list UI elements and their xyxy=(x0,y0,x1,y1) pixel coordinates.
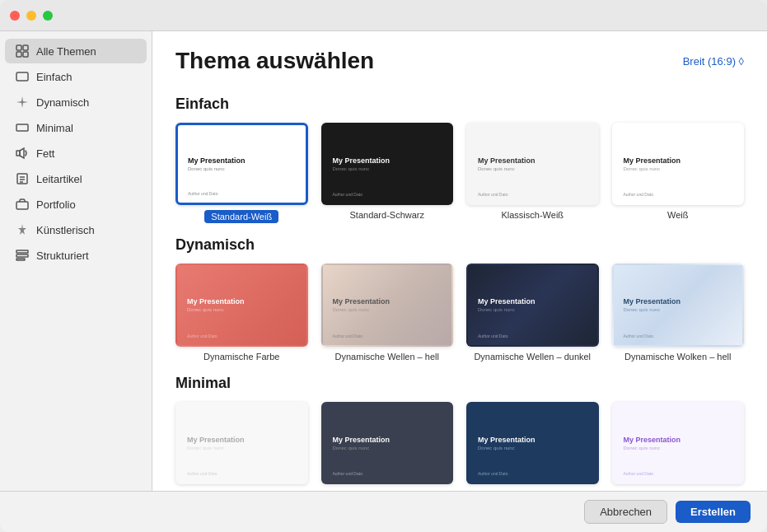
aspect-ratio-selector[interactable]: Breit (16:9) ◊ xyxy=(683,55,744,68)
sidebar-item-label: Portfolio xyxy=(36,198,76,211)
theme-card-weiss[interactable]: My Presentation Donec quis nunc Author u… xyxy=(612,123,745,223)
theme-label-dynamische-wellen-dunkel: Dynamische Wellen – dunkel xyxy=(474,352,591,362)
theme-grid-dynamisch: My Presentation Donec quis nunc Author u… xyxy=(175,264,744,361)
sidebar-item-einfach[interactable]: Einfach xyxy=(5,64,147,89)
grid-icon xyxy=(15,44,30,58)
theme-label-weiss: Weiß xyxy=(667,210,688,220)
create-button[interactable]: Erstellen xyxy=(676,501,751,523)
cancel-button[interactable]: Abbrechen xyxy=(584,500,667,524)
theme-card-minimal-hell[interactable]: My Presentation Donec quis nunc Author u… xyxy=(175,402,308,491)
svg-rect-0 xyxy=(16,45,21,50)
theme-thumbnail-minimal-hell: My Presentation Donec quis nunc Author u… xyxy=(175,402,308,484)
theme-card-dynamische-wellen-hell[interactable]: My Presentation Donec quis nunc Author u… xyxy=(321,264,454,361)
minimize-button[interactable] xyxy=(26,11,36,21)
speaker-icon xyxy=(15,146,30,161)
theme-card-farbverlauf-hell[interactable]: My Presentation Donec quis nunc Author u… xyxy=(612,402,745,491)
svg-rect-5 xyxy=(16,124,28,131)
content-header: Thema auswählen Breit (16:9) ◊ xyxy=(152,31,767,82)
svg-rect-2 xyxy=(16,52,21,57)
section-title-einfach: Einfach xyxy=(175,96,744,113)
sidebar-item-dynamisch[interactable]: Dynamisch xyxy=(5,90,147,114)
sidebar-item-portfolio[interactable]: Portfolio xyxy=(5,192,147,217)
sidebar-item-label: Fett xyxy=(36,147,54,160)
theme-label-standard-weiss: Standard-Weiß xyxy=(204,210,278,223)
theme-thumbnail-standard-weiss: My Presentation Donec quis nunc Author u… xyxy=(175,123,308,205)
theme-grid-einfach: My Presentation Donec quis nunc Author u… xyxy=(175,123,744,223)
newspaper-icon xyxy=(15,171,30,186)
section-title-minimal: Minimal xyxy=(175,375,744,392)
traffic-lights xyxy=(10,11,53,21)
theme-thumbnail-standard-schwarz: My Presentation Donec quis nunc Author u… xyxy=(321,123,454,205)
theme-card-dynamische-wellen-dunkel[interactable]: My Presentation Donec quis nunc Author u… xyxy=(466,264,599,361)
sparkle-icon xyxy=(15,95,30,110)
maximize-button[interactable] xyxy=(43,11,53,21)
sidebar-item-leitartikel[interactable]: Leitartikel xyxy=(5,166,147,191)
sparkles-icon xyxy=(15,222,30,237)
section-title-dynamisch: Dynamisch xyxy=(175,236,744,254)
sidebar-item-künstlerisch[interactable]: Künstlerisch xyxy=(5,217,147,242)
theme-label-dynamische-wellen-hell: Dynamische Wellen – hell xyxy=(335,352,439,362)
footer: Abbrechen Erstellen xyxy=(0,491,767,532)
theme-thumbnail-minimal-dunkel: My Presentation Donec quis nunc Author u… xyxy=(321,402,454,484)
svg-rect-4 xyxy=(16,72,28,81)
theme-card-standard-schwarz[interactable]: My Presentation Donec quis nunc Author u… xyxy=(321,123,454,223)
sidebar-item-fett[interactable]: Fett xyxy=(5,141,147,166)
svg-rect-14 xyxy=(16,259,25,260)
theme-thumbnail-dynamische-wolken-hell: My Presentation Donec quis nunc Author u… xyxy=(612,264,745,346)
theme-card-standard-weiss[interactable]: My Presentation Donec quis nunc Author u… xyxy=(175,123,308,223)
sidebar-item-label: Künstlerisch xyxy=(36,224,95,236)
content-area: Thema auswählen Breit (16:9) ◊ Einfach M… xyxy=(152,31,767,491)
theme-label-standard-schwarz: Standard-Schwarz xyxy=(350,210,425,220)
close-button[interactable] xyxy=(10,11,20,21)
svg-rect-12 xyxy=(16,250,28,253)
theme-card-dynamische-farbe[interactable]: My Presentation Donec quis nunc Author u… xyxy=(175,264,308,361)
sidebar-item-label: Minimal xyxy=(36,122,73,134)
svg-rect-3 xyxy=(23,52,28,57)
theme-thumbnail-farbverlauf-hell: My Presentation Donec quis nunc Author u… xyxy=(612,402,745,484)
sidebar-item-label: Leitartikel xyxy=(36,173,82,185)
theme-label-dynamische-farbe: Dynamische Farbe xyxy=(203,352,279,362)
list-icon xyxy=(15,248,30,263)
sidebar-item-label: Dynamisch xyxy=(36,96,89,109)
theme-card-standard-farbe[interactable]: My Presentation Donec quis nunc Author u… xyxy=(466,402,599,491)
theme-thumbnail-klassisch-weiss: My Presentation Donec quis nunc Author u… xyxy=(466,123,599,205)
main-container: Alle Themen Einfach Dynamisch Minimal Fe… xyxy=(0,31,767,491)
svg-rect-13 xyxy=(16,254,28,257)
theme-card-dynamische-wolken-hell[interactable]: My Presentation Donec quis nunc Author u… xyxy=(612,264,745,361)
theme-thumbnail-dynamische-wellen-dunkel: My Presentation Donec quis nunc Author u… xyxy=(466,264,599,346)
theme-thumbnail-dynamische-wellen-hell: My Presentation Donec quis nunc Author u… xyxy=(321,264,454,346)
theme-card-minimal-dunkel[interactable]: My Presentation Donec quis nunc Author u… xyxy=(321,402,454,491)
titlebar xyxy=(0,0,767,31)
sidebar-item-strukturiert[interactable]: Strukturiert xyxy=(5,243,147,268)
theme-thumbnail-standard-farbe: My Presentation Donec quis nunc Author u… xyxy=(466,402,599,484)
sidebar-item-alle-themen[interactable]: Alle Themen xyxy=(5,39,147,63)
sidebar-item-label: Strukturiert xyxy=(36,250,89,262)
theme-thumbnail-weiss: My Presentation Donec quis nunc Author u… xyxy=(612,123,745,205)
theme-label-klassisch-weiss: Klassisch-Weiß xyxy=(501,210,564,220)
square-icon xyxy=(15,69,30,84)
theme-card-klassisch-weiss[interactable]: My Presentation Donec quis nunc Author u… xyxy=(466,123,599,223)
theme-grid-minimal: My Presentation Donec quis nunc Author u… xyxy=(175,402,744,491)
sidebar: Alle Themen Einfach Dynamisch Minimal Fe… xyxy=(0,31,152,491)
theme-thumbnail-dynamische-farbe: My Presentation Donec quis nunc Author u… xyxy=(175,264,308,346)
sidebar-item-label: Alle Themen xyxy=(36,45,96,58)
briefcase-icon xyxy=(15,197,30,212)
svg-rect-11 xyxy=(16,202,28,209)
rectangle-icon xyxy=(15,120,30,135)
sidebar-item-label: Einfach xyxy=(36,71,72,83)
theme-scroll-area[interactable]: Einfach My Presentation Donec quis nunc … xyxy=(152,82,767,491)
sidebar-item-minimal[interactable]: Minimal xyxy=(5,115,147,140)
page-title: Thema auswählen xyxy=(175,48,374,74)
svg-rect-1 xyxy=(23,45,28,50)
theme-label-dynamische-wolken-hell: Dynamische Wolken – hell xyxy=(624,352,731,362)
